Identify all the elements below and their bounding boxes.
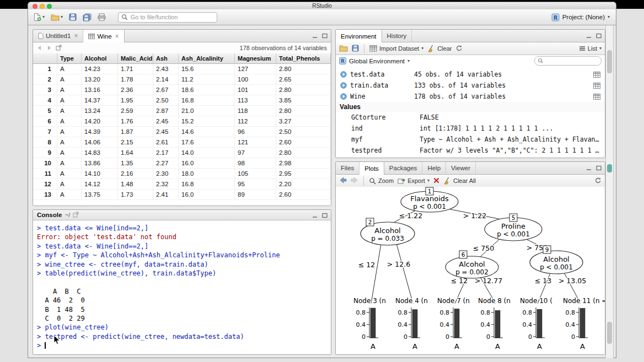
print-button[interactable] — [96, 12, 108, 22]
maximize-pane-button[interactable] — [320, 212, 329, 219]
save-workspace-button[interactable] — [352, 45, 359, 53]
node-number: 9 — [545, 246, 549, 253]
console-line: > plot(wine_ctree) — [37, 323, 331, 332]
env-object-row[interactable]: test.data45 obs. of 14 variables — [336, 69, 605, 80]
cell: 2.20 — [276, 179, 331, 190]
cell: 18.6 — [179, 85, 235, 95]
cell: 2.60 — [276, 137, 331, 148]
tab-files[interactable]: Files — [336, 162, 359, 174]
chevron-down-icon: ▾ — [608, 15, 610, 19]
cell: 2.80 — [276, 64, 331, 74]
axis-tick-label: 0.4 — [398, 321, 408, 328]
console-line: > testpred <- predict(wine_ctree, newdat… — [37, 332, 331, 341]
column-header[interactable]: Ash_Alcalinity — [179, 53, 235, 64]
new-file-button[interactable]: ▾ — [32, 12, 46, 23]
clear-environment-button[interactable]: Clear — [427, 45, 452, 52]
environment-search-input[interactable] — [544, 57, 598, 65]
right-scrollbar[interactable] — [605, 25, 614, 358]
open-console-new-window-button[interactable] — [73, 212, 79, 219]
main-toolbar: ▾ ▾ R Project: (None) ▾ — [28, 9, 616, 25]
column-header[interactable]: Alcohol — [82, 53, 118, 64]
scrollbar-thumb[interactable] — [607, 322, 612, 344]
column-header[interactable]: Malic_Acid — [118, 53, 153, 64]
open-file-button[interactable]: ▾ — [49, 13, 65, 22]
tab-packages[interactable]: Packages — [384, 162, 423, 174]
tab-wine[interactable]: Wine × — [83, 30, 124, 42]
tab-environment[interactable]: Environment — [336, 30, 382, 42]
load-workspace-button[interactable] — [339, 45, 348, 53]
cell: 98 — [235, 158, 276, 169]
maximize-pane-button[interactable] — [594, 164, 603, 171]
data-viewer-grid[interactable]: TypeAlcoholMalic_AcidAshAsh_AlcalinityMa… — [33, 53, 331, 206]
axis-tick-label: 0 — [528, 333, 532, 341]
search-icon — [538, 58, 543, 64]
tab-untitled1[interactable]: Untitled1 × — [33, 30, 83, 42]
console-output[interactable]: > test.data <= Wine[ind==2,]Error: objec… — [33, 220, 331, 354]
tab-history[interactable]: History — [382, 30, 412, 42]
tab-help[interactable]: Help — [422, 162, 446, 174]
open-data-viewer-icon[interactable] — [593, 72, 600, 78]
cell: 2.43 — [153, 64, 179, 74]
close-tab-icon[interactable]: × — [115, 33, 119, 40]
column-header[interactable] — [33, 53, 57, 64]
close-tab-icon[interactable]: × — [74, 33, 78, 39]
env-object-row[interactable]: Wine178 obs. of 14 variables — [336, 91, 605, 102]
cell: 13.16 — [82, 85, 118, 95]
column-header[interactable]: Magnesium — [235, 53, 276, 64]
maximize-pane-button[interactable] — [594, 32, 603, 39]
environment-search[interactable] — [534, 56, 602, 66]
zoom-plot-button[interactable]: Zoom — [369, 177, 394, 185]
titlebar[interactable]: RStudio — [28, 2, 616, 10]
env-object-row[interactable]: train.data133 obs. of 14 variables — [336, 80, 605, 91]
minimize-pane-button[interactable] — [310, 32, 319, 39]
column-header[interactable]: Type — [57, 53, 82, 64]
scrollbar-thumb[interactable] — [607, 50, 612, 73]
previous-plot-button[interactable] — [339, 177, 347, 185]
save-button[interactable] — [67, 12, 78, 22]
open-data-viewer-icon[interactable] — [593, 83, 600, 89]
column-header[interactable]: Ash — [153, 53, 179, 64]
red-x-icon — [433, 177, 439, 183]
back-button[interactable] — [37, 43, 42, 53]
goto-file-search[interactable] — [118, 12, 217, 23]
remove-plot-button[interactable] — [433, 177, 439, 185]
open-data-viewer-icon[interactable] — [593, 94, 600, 100]
scope-selector[interactable]: Global Environment — [349, 58, 405, 64]
cell: 100 — [235, 74, 276, 85]
split-label: > 12.6 — [387, 260, 410, 268]
project-menu[interactable]: R Project: (None) ▾ — [549, 12, 612, 23]
maximize-pane-button[interactable] — [320, 32, 329, 39]
node-variable: Flavanoids — [410, 194, 449, 203]
column-header[interactable]: Total_Phenols — [276, 53, 331, 64]
list-view-button[interactable]: List ▾ — [579, 45, 602, 52]
cell: 2.65 — [276, 74, 331, 85]
row-number: 11 — [33, 169, 57, 179]
tab-viewer[interactable]: Viewer — [446, 162, 476, 174]
refresh-environment-button[interactable] — [455, 45, 463, 53]
open-in-new-window-button[interactable] — [56, 43, 62, 53]
cell: 96 — [235, 127, 276, 137]
plot-canvas: Node 3 (n0.80.40ANode 4 (n0.80.40ANode 7… — [336, 187, 605, 354]
tab-plots[interactable]: Plots — [359, 162, 384, 175]
minimize-pane-button[interactable] — [310, 212, 319, 219]
refresh-plot-button[interactable] — [594, 177, 602, 185]
expand-icon[interactable] — [340, 71, 347, 78]
minimize-pane-button[interactable] — [584, 164, 593, 171]
open-folder-icon — [339, 45, 348, 52]
cell: A — [57, 95, 82, 106]
clear-all-plots-button[interactable]: Clear All — [443, 177, 476, 185]
next-plot-button[interactable] — [351, 177, 358, 185]
expand-icon[interactable] — [340, 93, 347, 100]
cell: A — [57, 116, 82, 127]
export-plot-button[interactable]: Export ▾ — [398, 177, 430, 184]
scroll-marker[interactable] — [607, 164, 612, 172]
expand-icon[interactable] — [340, 82, 347, 89]
minimize-pane-button[interactable] — [584, 32, 593, 39]
import-dataset-button[interactable]: Import Dataset ▾ — [369, 45, 423, 52]
window-title: RStudio — [28, 3, 616, 9]
forward-button[interactable] — [46, 43, 52, 53]
save-all-button[interactable] — [81, 12, 93, 23]
goto-file-input[interactable] — [130, 13, 214, 21]
node-number: 2 — [368, 219, 372, 225]
cell: 14.23 — [82, 64, 118, 74]
